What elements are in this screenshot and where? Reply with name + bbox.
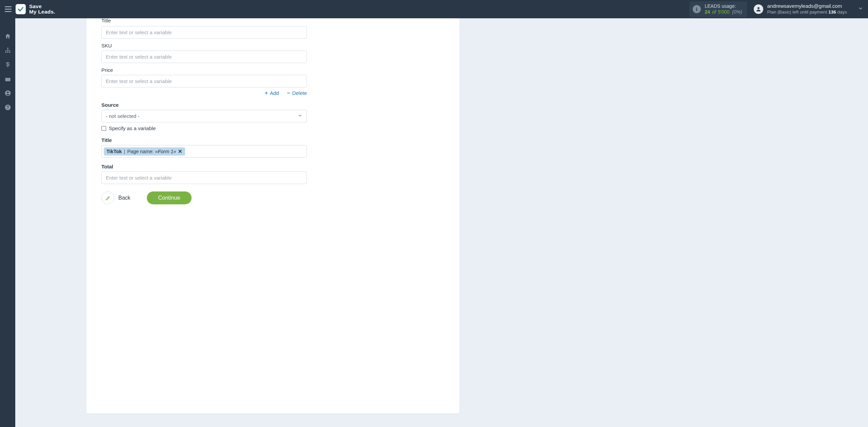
specify-variable-checkbox-input[interactable]: [101, 126, 106, 131]
sidebar-item-briefcase[interactable]: [0, 72, 15, 86]
svg-rect-3: [7, 52, 8, 53]
delete-button[interactable]: Delete: [287, 90, 307, 96]
account-plan: Plan |Basic| left until payment 136 days: [767, 9, 847, 15]
main-content: Title SKU Price Add Delete: [15, 18, 868, 427]
price-label: Price: [101, 67, 445, 73]
chevron-down-icon[interactable]: [858, 6, 863, 13]
tag-value: «Form 1»: [155, 149, 176, 154]
info-icon: i: [693, 5, 701, 13]
usage-values: 24 of 5'000 (0%): [705, 9, 742, 15]
chevron-down-icon: [298, 113, 302, 119]
source-label: Source: [101, 102, 445, 108]
svg-rect-5: [5, 78, 10, 81]
svg-point-9: [7, 108, 8, 109]
price-input[interactable]: [101, 75, 307, 87]
svg-point-7: [7, 92, 8, 93]
svg-rect-1: [7, 48, 8, 49]
sidebar-item-profile[interactable]: [0, 86, 15, 100]
account-block[interactable]: andrewsavemyleads@gmail.com Plan |Basic|…: [754, 3, 847, 15]
source-select-value: - not selected -: [106, 113, 139, 119]
title-tag: TikTok | Page name: «Form 1» ✕: [104, 147, 185, 156]
avatar-icon: [754, 4, 763, 14]
tag-key: Page name:: [127, 149, 154, 154]
logo-icon: [16, 4, 26, 14]
sidebar-item-connections[interactable]: [0, 43, 15, 58]
total-label: Total: [101, 164, 445, 169]
sidebar-item-help[interactable]: [0, 100, 15, 115]
sku-label: SKU: [101, 43, 445, 48]
specify-variable-label: Specify as a variable: [109, 125, 156, 131]
specify-variable-checkbox[interactable]: Specify as a variable: [101, 125, 445, 131]
back-button[interactable]: Back: [101, 191, 131, 204]
usage-panel[interactable]: i LEADS usage: 24 of 5'000 (0%): [689, 1, 747, 17]
logo-text: Save My Leads.: [29, 4, 55, 15]
continue-button[interactable]: Continue: [147, 191, 192, 204]
title-input[interactable]: [101, 26, 307, 39]
tag-source: TikTok: [106, 149, 122, 154]
app-header: Save My Leads. i LEADS usage: 24 of 5'00…: [0, 0, 868, 18]
title2-label: Title: [101, 137, 445, 143]
add-button[interactable]: Add: [264, 90, 279, 96]
svg-rect-2: [5, 52, 6, 53]
svg-rect-4: [9, 52, 10, 53]
sidebar-item-home[interactable]: [0, 29, 15, 43]
source-select[interactable]: - not selected -: [101, 110, 307, 122]
tag-remove-icon[interactable]: ✕: [178, 149, 182, 154]
sidebar-item-billing[interactable]: [0, 58, 15, 72]
svg-point-0: [757, 7, 760, 9]
account-email: andrewsavemyleads@gmail.com: [767, 3, 847, 9]
logo[interactable]: Save My Leads.: [16, 4, 55, 15]
back-label: Back: [118, 195, 131, 201]
pencil-icon: [101, 191, 114, 204]
form-card: Title SKU Price Add Delete: [86, 18, 459, 413]
total-input[interactable]: [101, 171, 307, 184]
title-tag-field[interactable]: TikTok | Page name: «Form 1» ✕: [101, 145, 307, 158]
sidebar: [0, 18, 15, 427]
menu-icon[interactable]: [3, 4, 13, 14]
usage-label: LEADS usage:: [705, 3, 742, 9]
title-label: Title: [101, 18, 445, 23]
tag-separator: |: [124, 149, 125, 154]
sku-input[interactable]: [101, 50, 307, 63]
